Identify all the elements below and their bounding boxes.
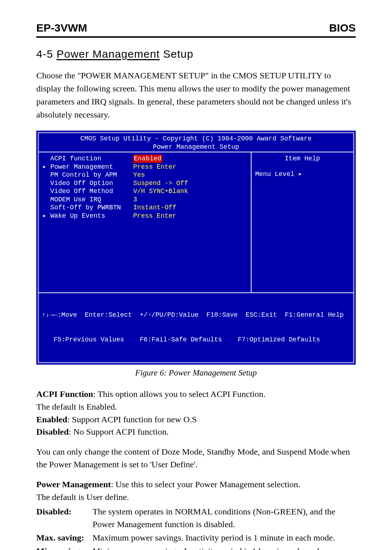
bios-help-title: Item Help	[255, 155, 350, 163]
acpi-text: : This option allows you to select ACPI …	[93, 389, 266, 399]
bios-item-label: ▸ Power Management	[42, 163, 133, 171]
def-row: Disabled: The system operates in NORMAL …	[36, 505, 356, 531]
bios-item-value: Enabled	[133, 155, 162, 163]
pm-text: : Use this to select your Power Manageme…	[111, 480, 301, 489]
def-term: Min. saving:	[36, 545, 93, 550]
def-term: Max. saving:	[36, 531, 93, 544]
page-header: EP-3VWM BIOS	[36, 22, 356, 38]
section-title: 4-5 Power Management Setup	[36, 48, 356, 60]
bios-item-label: Soft-Off by PWRBTN	[42, 204, 133, 212]
figure-caption: Figure 6: Power Management Setup	[36, 368, 356, 378]
bios-screenshot: CMOS Setup Utility - Copyright (C) 1984-…	[36, 131, 356, 365]
acpi-paragraph: ACPI Function: This option allows you to…	[36, 388, 356, 438]
bios-settings-pane: ACPI function Enabled ▸ Power Management…	[39, 152, 252, 292]
bios-item-label: ACPI function	[42, 155, 133, 163]
acpi-disabled-text: : No Support ACPI function.	[69, 427, 168, 436]
definitions: Disabled: The system operates in NORMAL …	[36, 505, 356, 550]
bios-item-value: V/H SYNC+Blank	[133, 187, 188, 196]
header-model: EP-3VWM	[36, 22, 87, 34]
bios-row[interactable]: ▸ Wake Up Events Press Enter	[42, 212, 247, 220]
header-section: BIOS	[329, 22, 356, 34]
bios-footer-line1: ↑↓→←:Move Enter:Select +/-/PU/PD:Value F…	[42, 311, 350, 319]
def-desc: Maximum power savings. Inactivity period…	[93, 531, 356, 544]
bios-row[interactable]: Soft-Off by PWRBTN Instant-Off	[42, 204, 247, 212]
bios-help-pane: Item Help Menu Level ▸	[252, 152, 353, 292]
bios-row[interactable]: MODEM Use IRQ 3	[42, 196, 247, 204]
acpi-label: ACPI Function	[36, 389, 93, 399]
acpi-disabled-label: Disabled	[36, 427, 69, 436]
bios-title: CMOS Setup Utility - Copyright (C) 1984-…	[39, 133, 353, 152]
bios-item-label: ▸ Wake Up Events	[42, 212, 133, 220]
bios-item-value: 3	[133, 196, 137, 204]
bios-row[interactable]: Video Off Method V/H SYNC+Blank	[42, 187, 247, 196]
intro-paragraph: Choose the "POWER MANAGEMENT SETUP" in t…	[36, 69, 356, 121]
section-number: 4-5	[36, 48, 57, 60]
def-desc: The system operates in NORMAL conditions…	[93, 505, 356, 531]
bios-item-label: MODEM Use IRQ	[42, 196, 133, 204]
pm-default: The default is User define.	[36, 492, 129, 502]
bios-row[interactable]: Video Off Option Suspend -> Off	[42, 179, 247, 188]
section-title-rest: Setup	[160, 48, 193, 60]
section-title-underlined: Power Management	[57, 48, 160, 60]
pm-paragraph: Power Management: Use this to select you…	[36, 478, 356, 504]
bios-footer: ↑↓→←:Move Enter:Select +/-/PU/PD:Value F…	[39, 292, 353, 362]
bios-menu-level: Menu Level ▸	[255, 170, 350, 178]
bios-item-value: Instant-Off	[133, 204, 176, 212]
def-row: Max. saving: Maximum power savings. Inac…	[36, 531, 356, 544]
acpi-default: The default is Enabled.	[36, 402, 117, 411]
bios-title-line1: CMOS Setup Utility - Copyright (C) 1984-…	[39, 135, 353, 143]
bios-footer-line2: F5:Previous Values F6:Fail-Safe Defaults…	[42, 336, 350, 344]
acpi-enabled-text: : Support ACPI function for new O.S	[67, 415, 197, 424]
bios-item-label: PM Control by APM	[42, 171, 133, 179]
bios-title-line2: Power Management Setup	[39, 143, 353, 151]
bios-item-label: Video Off Option	[42, 179, 133, 188]
pm-label: Power Management	[36, 480, 111, 489]
def-desc: Minimum power savings. Inactivity period…	[93, 545, 356, 550]
bios-item-label: Video Off Method	[42, 187, 133, 196]
bios-row[interactable]: ACPI function Enabled	[42, 155, 247, 163]
bios-item-value: Suspend -> Off	[133, 179, 188, 188]
bios-item-value: Press Enter	[133, 212, 176, 220]
def-term: Disabled:	[36, 505, 93, 531]
bios-item-value: Yes	[133, 171, 145, 179]
def-row: Min. saving: Minimum power savings. Inac…	[36, 545, 356, 550]
bios-row[interactable]: PM Control by APM Yes	[42, 171, 247, 179]
note-paragraph: You can only change the content of Doze …	[36, 446, 356, 471]
bios-row[interactable]: ▸ Power Management Press Enter	[42, 163, 247, 171]
bios-item-value: Press Enter	[133, 163, 176, 171]
acpi-enabled-label: Enabled	[36, 415, 67, 424]
